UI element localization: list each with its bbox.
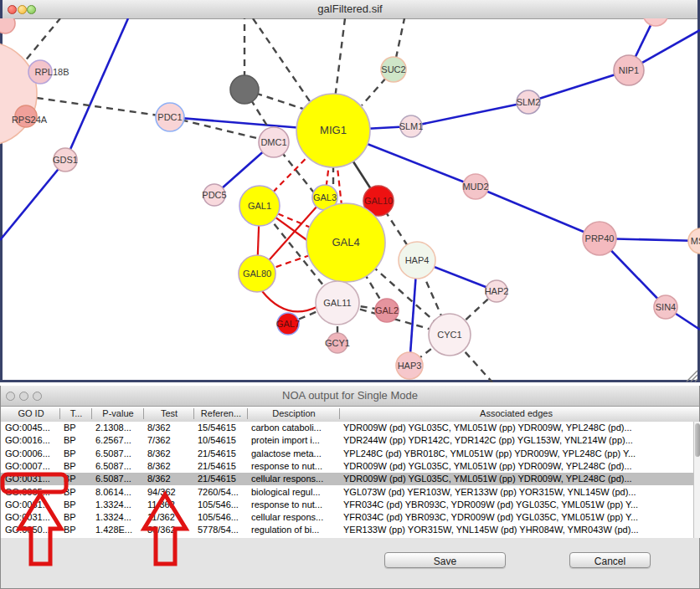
node-dark-node[interactable] xyxy=(230,75,259,104)
table-row[interactable]: GO:0031...BP1.3324...11/362105/546...res… xyxy=(1,499,693,511)
table-row[interactable]: GO:0065...BP8.0614...94/3627260/54...bio… xyxy=(1,486,693,499)
node-label-MUD2: MUD2 xyxy=(462,182,488,192)
noa-window-title: NOA output for Single Mode xyxy=(1,389,699,402)
cell-ref: 21/54615 xyxy=(198,461,248,471)
network-canvas[interactable]: RPL18BRPS24AGDS1PDC1DMC1MIG1SUC2SLM1SLM2… xyxy=(0,18,700,382)
cell-go: GO:0016... xyxy=(5,435,60,445)
node-big-left[interactable] xyxy=(0,42,37,146)
node-label-CYC1: CYC1 xyxy=(437,330,461,340)
edge-blue xyxy=(65,18,128,161)
cell-test: 80/362 xyxy=(147,525,194,535)
edge-blue xyxy=(0,161,65,240)
cell-type: BP xyxy=(64,487,92,497)
column-header-go[interactable]: GO ID xyxy=(3,408,59,420)
cell-edges: YER133W (pp) YOR315W, YNL145W (pd) YHR08… xyxy=(343,525,692,535)
cell-p: 1.3324... xyxy=(95,512,144,522)
cell-desc: carbon cataboli... xyxy=(251,423,340,433)
node-label-MIG1: MIG1 xyxy=(320,124,347,136)
column-divider[interactable] xyxy=(193,408,194,419)
cell-type: BP xyxy=(64,512,92,522)
node-label-GAL4: GAL4 xyxy=(332,236,359,248)
node-label-MSN: MSN xyxy=(691,236,700,246)
column-header-p[interactable]: P-value xyxy=(93,408,143,420)
save-button[interactable]: Save xyxy=(384,552,506,568)
cell-desc: regulation of bi... xyxy=(251,525,340,535)
cell-desc: cellular respons... xyxy=(251,512,340,522)
table-body: GO:0045...BP2.1308...8/36215/54615carbon… xyxy=(1,422,693,538)
cell-desc: protein import i... xyxy=(251,435,340,445)
cancel-button[interactable]: Cancel xyxy=(569,552,651,568)
noa-titlebar[interactable]: NOA output for Single Mode xyxy=(1,386,699,407)
scrollbar-thumb[interactable] xyxy=(695,423,700,457)
cell-go: GO:0006... xyxy=(5,448,60,458)
node-label-NIP1: NIP1 xyxy=(619,65,639,75)
node-label-GAL2: GAL2 xyxy=(375,305,399,315)
cell-p: 1.3324... xyxy=(95,499,144,510)
node-label-RPS24A: RPS24A xyxy=(12,115,48,125)
cell-test: 94/362 xyxy=(147,487,194,497)
cell-p: 6.2567... xyxy=(95,435,144,445)
resize-grip[interactable] xyxy=(687,371,697,382)
table-row[interactable]: GO:0050...BP1.428E...80/3625778/54...reg… xyxy=(1,524,693,536)
node-label-GAL10: GAL10 xyxy=(364,196,393,206)
cell-ref: 5778/54... xyxy=(198,525,248,535)
node-top-cut[interactable] xyxy=(643,18,668,26)
cell-edges: YDR009W (pd) YGL035C, YML051W (pp) YDR00… xyxy=(343,423,692,433)
noa-window: NOA output for Single Mode GO IDT...P-va… xyxy=(0,386,700,589)
table-header[interactable]: GO IDT...P-valueTestReferen...Desciption… xyxy=(1,407,699,423)
column-divider[interactable] xyxy=(339,408,340,419)
node-label-GAL3: GAL3 xyxy=(313,192,337,202)
column-header-type[interactable]: T... xyxy=(61,408,91,420)
table-row[interactable]: GO:0007...BP6.5087...8/36221/54615respon… xyxy=(1,460,693,473)
edge-blue xyxy=(528,70,629,102)
cell-edges: YDR009W (pd) YGL035C, YML051W (pp) YDR00… xyxy=(343,474,692,484)
edge-blue xyxy=(411,102,528,126)
node-label-GDS1: GDS1 xyxy=(53,155,78,165)
cell-type: BP xyxy=(64,461,92,471)
cell-p: 8.0614... xyxy=(95,487,144,497)
column-header-edges[interactable]: Associated edges xyxy=(341,408,692,420)
edge-dash xyxy=(335,18,345,99)
cell-go: GO:0031... xyxy=(5,474,60,484)
network-window: galFiltered.sif RPL18BRPS24AGDS1PDC1DMC1… xyxy=(0,0,700,382)
edge-blue xyxy=(476,187,600,238)
edge-dash xyxy=(253,18,311,104)
cell-p: 6.5087... xyxy=(95,461,144,471)
cell-edges: YGL073W (pd) YER103W, YER133W (pp) YOR31… xyxy=(343,487,692,497)
node-label-HAP4: HAP4 xyxy=(405,255,430,265)
node-label-SUC2: SUC2 xyxy=(381,64,405,74)
network-titlebar[interactable]: galFiltered.sif xyxy=(3,0,697,19)
cell-test: 11/362 xyxy=(147,512,194,522)
table-row[interactable]: GO:0031...BP6.5087...8/36221/54615cellul… xyxy=(1,473,693,485)
column-divider[interactable] xyxy=(143,408,144,419)
node-label-PRP40: PRP40 xyxy=(585,233,615,243)
node-label-PDC1: PDC1 xyxy=(157,112,182,122)
node-label-SLM2: SLM2 xyxy=(517,97,541,107)
column-header-ref[interactable]: Referen... xyxy=(195,408,247,420)
cell-type: BP xyxy=(64,423,92,433)
node-label-RPL18B: RPL18B xyxy=(35,67,69,77)
table-row[interactable]: GO:0031...BP1.3324...11/362105/546...cel… xyxy=(1,511,693,524)
cell-desc: biological regul... xyxy=(251,487,340,497)
node-label-GAL80: GAL80 xyxy=(243,269,271,279)
cell-edges: YFR034C (pd) YBR093C, YDR009W (pd) YGL03… xyxy=(343,499,692,510)
node-label-GCY1: GCY1 xyxy=(325,338,350,348)
cell-ref: 10/54615 xyxy=(198,435,248,445)
table-row[interactable]: GO:0006...BP6.5087...8/36221/54615galact… xyxy=(1,448,693,460)
column-divider[interactable] xyxy=(247,408,248,419)
window-title: galFiltered.sif xyxy=(3,3,697,15)
column-divider[interactable] xyxy=(91,408,92,419)
cell-ref: 21/54615 xyxy=(198,474,248,484)
column-header-test[interactable]: Test xyxy=(145,408,193,420)
table-row[interactable]: GO:0016...BP6.2567...7/36210/54615protei… xyxy=(1,434,693,447)
cell-test: 8/362 xyxy=(147,423,194,433)
column-divider[interactable] xyxy=(59,408,60,419)
node-tiny-corner[interactable] xyxy=(0,18,15,33)
column-header-desc[interactable]: Desciption xyxy=(249,408,339,420)
cell-go: GO:0031... xyxy=(5,512,60,522)
table-row[interactable]: GO:0045...BP2.1308...8/36215/54615carbon… xyxy=(1,422,693,434)
scrollbar[interactable] xyxy=(693,422,700,538)
cell-desc: galactose meta... xyxy=(251,448,340,458)
cell-ref: 105/546... xyxy=(198,512,248,522)
cell-p: 6.5087... xyxy=(95,448,144,458)
